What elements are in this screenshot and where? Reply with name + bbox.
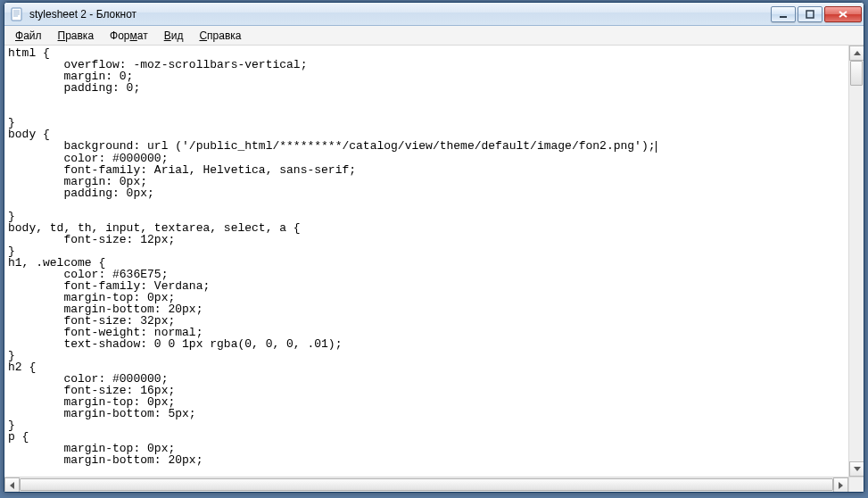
horizontal-scroll-thumb[interactable] [20,478,833,491]
notepad-icon [10,7,24,21]
menu-view[interactable]: Вид [157,28,191,44]
horizontal-scrollbar[interactable] [4,477,848,492]
menu-bar: Файл Правка Формат Вид Справка [4,26,864,46]
menu-format[interactable]: Формат [103,28,155,44]
scroll-right-button[interactable] [833,477,848,492]
text-editor[interactable]: html { overflow: -moz-scrollbars-vertica… [4,46,848,477]
window-controls [769,6,862,22]
svg-rect-5 [780,16,787,18]
menu-help[interactable]: Справка [192,28,248,44]
menu-edit[interactable]: Правка [51,28,102,44]
scroll-up-button[interactable] [849,46,864,61]
notepad-window: stylesheet 2 - Блокнот Файл Правка Форма… [4,2,864,493]
horizontal-scroll-track[interactable] [20,477,833,492]
minimize-button[interactable] [771,6,796,22]
close-button[interactable] [824,6,862,22]
scroll-down-button[interactable] [849,461,864,477]
vertical-scrollbar[interactable] [848,46,864,477]
maximize-button[interactable] [798,6,823,22]
scrollbar-corner [848,477,864,492]
svg-rect-6 [806,11,814,18]
menu-file[interactable]: Файл [8,28,49,44]
scroll-left-button[interactable] [4,477,20,492]
title-bar[interactable]: stylesheet 2 - Блокнот [4,3,864,26]
vertical-scroll-thumb[interactable] [850,61,863,86]
editor-content[interactable]: html { overflow: -moz-scrollbars-vertica… [4,46,848,468]
vertical-scroll-track[interactable] [849,61,864,461]
editor-wrap: html { overflow: -moz-scrollbars-vertica… [4,46,864,492]
client-area: html { overflow: -moz-scrollbars-vertica… [4,46,864,492]
window-title: stylesheet 2 - Блокнот [29,8,136,21]
